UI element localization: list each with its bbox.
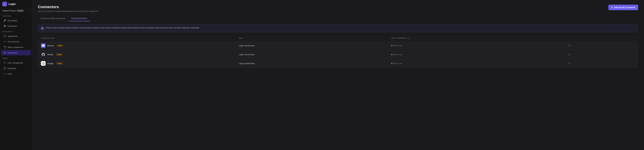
connector-type-cell: Logto Social Demo [236,41,388,50]
discord-logo [41,43,46,48]
sidebar-item-label: Get started [8,20,17,22]
svg-rect-5 [5,26,6,27]
page-header: Connectors Set up connectors to enable p… [38,5,638,12]
sidebar-item-label: API resources [8,41,20,43]
api-resources-icon [4,40,6,43]
page-title-section: Connectors Set up connectors to enable p… [38,5,98,12]
sidebar-item-sign-in-experience[interactable]: Sign-in experience [1,44,31,50]
warning-text: Please avoid using the demo connector fo… [46,26,200,29]
connector-tabs: Email and SMS connectors Social connecto… [38,16,638,21]
col-header-sign-in-exp: Sign in Experience i [388,35,564,41]
add-button-label: Add Social Connector [614,6,635,8]
svg-rect-12 [4,46,6,48]
connector-sign-in-cell: Not in use [388,41,564,50]
sidebar-item-connectors[interactable]: Connectors [1,50,31,55]
sidebar-item-get-started[interactable]: 🚀 Get started [1,18,31,23]
table-row: GitHub Demo Logto Social Demo Not in use [38,50,638,59]
svg-point-10 [5,41,6,42]
applications-icon [4,35,6,38]
connector-actions-cell [564,50,638,59]
connector-type-cell: Logto Social Demo [236,59,388,68]
sign-in-exp-info-icon: i [408,37,411,39]
connector-sign-in-cell: Not in use [388,59,564,68]
sidebar-item-roles[interactable]: Roles [1,71,31,76]
add-social-connector-button[interactable]: + Add Social Connector [608,5,638,10]
sidebar-item-dashboard[interactable]: Dashboard [1,24,31,29]
sidebar-item-label: Dashboard [8,25,17,27]
plus-icon: + [611,6,613,9]
sidebar-item-applications[interactable]: Applications [1,34,31,39]
section-label-resources: RESOURCES [0,29,32,33]
status-dot [391,63,392,64]
demo-badge: Demo [56,62,63,65]
page-subtitle: Set up connectors to enable passwordless… [38,10,98,12]
tenant-selector[interactable]: m64wu4 Tenant Staging ▾ [0,8,32,13]
sidebar-item-label: Applications [8,35,18,37]
delete-button[interactable] [567,53,572,56]
github-logo [41,52,46,57]
connectors-table: Connector name Type Sign in Experience i [38,35,638,68]
table-header: Connector name Type Sign in Experience i [38,35,638,41]
chevron-down-icon: ▾ [29,10,30,12]
svg-rect-2 [4,25,5,26]
google-logo [41,61,46,66]
connector-actions-cell [564,59,638,68]
connector-name: Discord [47,44,54,47]
dashboard-icon [4,25,6,28]
col-header-actions [564,35,638,41]
tab-label: Social connectors [71,17,87,20]
section-label-users: USERS [0,56,32,60]
svg-rect-4 [4,26,5,27]
rocket-icon: 🚀 [4,19,6,22]
status-dot [391,45,392,46]
sidebar: L Logto m64wu4 Tenant Staging ▾ OVERVIEW… [0,0,32,150]
sign-in-exp-status: Not in use [393,54,402,56]
svg-point-23 [5,74,5,74]
logo-mark: L [2,2,7,6]
svg-rect-3 [5,25,6,26]
main-content: Connectors Set up connectors to enable p… [32,0,644,150]
svg-rect-14 [4,52,5,53]
info-icon: ℹ [40,26,44,30]
svg-point-17 [4,62,5,63]
demo-badge: Demo [57,44,63,47]
sign-in-exp-status: Not in use [393,62,402,64]
connector-name: Google [47,62,54,64]
tab-social[interactable]: Social connectors [68,16,90,21]
section-label-overview: OVERVIEW [0,13,32,18]
sign-in-icon [4,46,6,48]
connector-name-cell: Google Demo [38,59,236,68]
tab-email-sms[interactable]: Email and SMS connectors [38,16,68,21]
tab-label: Email and SMS connectors [41,17,65,20]
sidebar-item-label: Roles [8,73,12,75]
connector-actions-cell [564,41,638,50]
svg-text:L: L [4,3,5,5]
delete-button[interactable] [567,44,572,47]
sidebar-item-label: Audit logs [8,67,16,70]
roles-icon [4,72,6,75]
env-badge: Staging [16,10,24,12]
sidebar-item-api-resources[interactable]: API resources [1,39,31,44]
svg-rect-6 [4,35,6,36]
delete-button[interactable] [567,62,572,65]
sidebar-item-label: Sign-in experience [8,46,23,48]
logo-text: Logto [8,2,16,6]
sidebar-item-audit-logs[interactable]: Audit logs [1,66,31,71]
logs-icon [4,67,6,70]
status-dot [391,54,392,55]
connectors-icon [4,52,6,54]
demo-badge: Demo [56,53,63,56]
table-row: Google Demo Logto Social Demo Not in use [38,59,638,68]
col-header-type: Type [236,35,388,41]
svg-point-9 [4,41,4,42]
connector-name-cell: Discord Demo [38,41,236,50]
tenant-name: m64wu4 Tenant [2,10,16,12]
warning-banner: ℹ Please avoid using the demo connector … [38,24,638,32]
sidebar-item-user-management[interactable]: User management [1,60,31,66]
table-row: Discord Demo Logto Social Demo Not in us… [38,41,638,50]
sidebar-logo: L Logto [0,0,32,8]
sidebar-item-label: Connectors [8,52,17,54]
svg-rect-15 [5,52,6,53]
sign-in-exp-status: Not in use [393,44,402,47]
user-icon [4,62,6,64]
